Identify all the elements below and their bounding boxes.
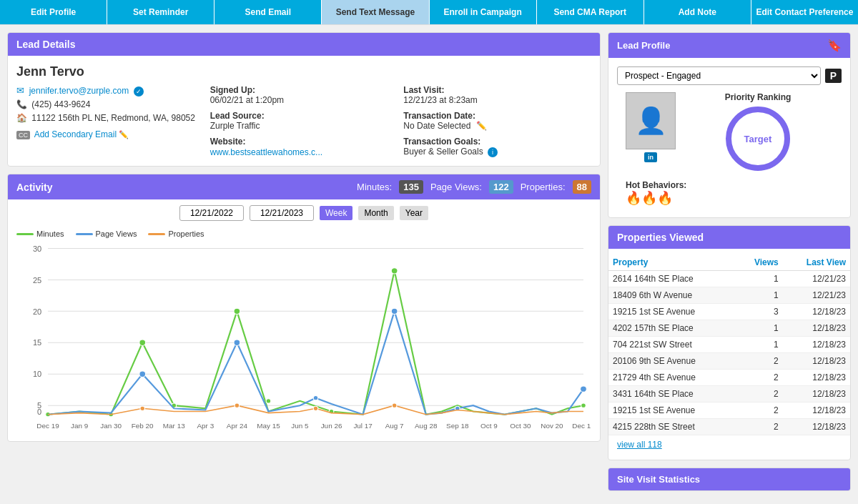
legend-page-views-label: Page Views bbox=[96, 229, 137, 238]
last-visit-value: 12/21/23 at 8:23am bbox=[403, 95, 591, 105]
email-link[interactable]: jennifer.tervo@zurple.com bbox=[29, 86, 129, 96]
ranking-section: Priority Ranking Target bbox=[683, 92, 833, 171]
prospect-select-row: Prospect - Engaged Prospect - New Active… bbox=[617, 66, 842, 85]
svg-point-28 bbox=[140, 406, 145, 410]
property-views: 3 bbox=[736, 304, 782, 320]
svg-text:Dec 11: Dec 11 bbox=[572, 422, 591, 430]
priority-ranking-label: Priority Ranking bbox=[725, 92, 792, 102]
phone-icon: 📞 bbox=[16, 99, 27, 109]
week-button[interactable]: Week bbox=[320, 206, 352, 220]
legend-properties-label: Properties bbox=[168, 229, 204, 238]
address-value: 11122 156th PL NE, Redmond, WA, 98052 bbox=[31, 113, 195, 123]
properties-viewed-body: Property Views Last View 2614 164th SE P… bbox=[608, 249, 850, 460]
activity-title: Activity bbox=[16, 182, 350, 193]
lead-source-label: Lead Source: bbox=[210, 111, 398, 121]
property-last-view: 12/18/23 bbox=[783, 353, 850, 370]
svg-point-31 bbox=[392, 403, 397, 407]
edit-transaction-icon[interactable]: ✏️ bbox=[476, 121, 487, 131]
signed-up-value: 06/02/21 at 1:20pm bbox=[210, 95, 398, 105]
month-button[interactable]: Month bbox=[358, 206, 393, 220]
view-all-link[interactable]: view all 118 bbox=[608, 435, 850, 454]
lead-profile-body: Prospect - Engaged Prospect - New Active… bbox=[608, 58, 850, 217]
svg-point-24 bbox=[391, 308, 398, 314]
svg-text:Jan 9: Jan 9 bbox=[71, 422, 88, 430]
lead-source-block: Lead Source: Zurple Traffic bbox=[210, 111, 398, 131]
main-content: Lead Details Jenn Tervo ✉ jennifer.tervo… bbox=[0, 25, 858, 498]
svg-point-19 bbox=[266, 399, 271, 403]
site-visit-panel: Site Visit Statistics bbox=[608, 468, 851, 491]
avatar: 👤 bbox=[626, 92, 676, 149]
edit-contact-pref-button[interactable]: Edit Contact Preference bbox=[751, 0, 858, 24]
property-name: 20106 9th SE Avenue bbox=[608, 353, 736, 370]
svg-text:Aug 28: Aug 28 bbox=[415, 422, 437, 430]
set-reminder-button[interactable]: Set Reminder bbox=[107, 0, 214, 24]
table-row: 3431 164th SE Place 2 12/18/23 bbox=[608, 386, 850, 402]
property-last-view: 12/18/23 bbox=[783, 386, 850, 402]
table-row: 19215 1st SE Avenue 2 12/18/23 bbox=[608, 402, 850, 419]
lead-source-value: Zurple Traffic bbox=[210, 121, 398, 131]
property-name: 704 221st SW Street bbox=[608, 337, 736, 353]
lead-details-header: Lead Details bbox=[8, 33, 600, 56]
table-row: 18409 6th W Avenue 1 12/21/23 bbox=[608, 287, 850, 304]
svg-text:10: 10 bbox=[33, 370, 41, 379]
website-block: Website: www.bestseattlewahomes.c... bbox=[210, 137, 398, 157]
flames: 🔥🔥🔥 bbox=[626, 190, 842, 206]
right-column: Lead Profile 🔖 Prospect - Engaged Prospe… bbox=[608, 32, 851, 491]
linkedin-badge[interactable]: in bbox=[644, 152, 657, 162]
hot-behaviors-label: Hot Behaviors: bbox=[626, 180, 686, 190]
year-button[interactable]: Year bbox=[400, 206, 428, 220]
enroll-campaign-button[interactable]: Enroll in Campaign bbox=[430, 0, 537, 24]
table-row: 2614 164th SE Place 1 12/21/23 bbox=[608, 271, 850, 287]
property-name: 19215 1st SE Avenue bbox=[608, 402, 736, 419]
website-link[interactable]: www.bestseattlewahomes.c... bbox=[210, 147, 322, 157]
date-start-input[interactable] bbox=[179, 205, 244, 221]
svg-text:Nov 20: Nov 20 bbox=[541, 422, 563, 430]
date-end-input[interactable] bbox=[250, 205, 314, 221]
send-cma-button[interactable]: Send CMA Report bbox=[537, 0, 644, 24]
svg-text:Jun 26: Jun 26 bbox=[321, 422, 342, 430]
svg-text:30: 30 bbox=[33, 244, 41, 253]
properties-table: Property Views Last View 2614 164th SE P… bbox=[608, 255, 850, 435]
signed-up-block: Signed Up: 06/02/21 at 1:20pm bbox=[210, 85, 398, 105]
avatar-section: 👤 in bbox=[626, 92, 676, 162]
property-last-view: 12/18/23 bbox=[783, 402, 850, 419]
table-row: 20106 9th SE Avenue 2 12/18/23 bbox=[608, 353, 850, 370]
svg-text:Mar 13: Mar 13 bbox=[163, 422, 185, 430]
legend-properties: Properties bbox=[148, 229, 204, 238]
profile-content: 👤 in Priority Ranking Target bbox=[617, 92, 842, 179]
avatar-placeholder: 👤 bbox=[635, 106, 667, 136]
edit-icon: ✏️ bbox=[119, 130, 129, 139]
svg-text:Sep 18: Sep 18 bbox=[446, 422, 468, 430]
chart-area: 30 25 20 15 10 5 0 bbox=[8, 241, 600, 441]
secondary-email-label: Add Secondary Email bbox=[34, 129, 117, 139]
add-note-button[interactable]: Add Note bbox=[644, 0, 751, 24]
legend-page-views: Page Views bbox=[76, 229, 137, 238]
svg-text:Apr 3: Apr 3 bbox=[197, 422, 214, 430]
properties-value: 88 bbox=[573, 180, 591, 194]
svg-point-15 bbox=[391, 268, 398, 274]
svg-text:Jan 30: Jan 30 bbox=[100, 422, 122, 430]
transaction-date-value: No Date Selected ✏️ bbox=[403, 121, 591, 131]
website-label: Website: bbox=[210, 137, 398, 147]
property-views: 1 bbox=[736, 287, 782, 304]
send-text-button[interactable]: Send Text Message bbox=[322, 0, 429, 24]
send-email-button[interactable]: Send Email bbox=[214, 0, 322, 24]
lead-details-body: Jenn Tervo ✉ jennifer.tervo@zurple.com ✓… bbox=[8, 56, 600, 166]
svg-text:May 15: May 15 bbox=[257, 422, 280, 430]
properties-label: Properties: bbox=[521, 182, 566, 192]
svg-point-22 bbox=[139, 371, 146, 377]
mail-icon: ✉ bbox=[16, 85, 24, 96]
property-views: 1 bbox=[736, 337, 782, 353]
prospect-select[interactable]: Prospect - Engaged Prospect - New Active… bbox=[617, 66, 821, 85]
table-row: 4215 228th SE Street 2 12/18/23 bbox=[608, 419, 850, 435]
property-name: 3431 164th SE Place bbox=[608, 386, 736, 402]
hot-behaviors-section: Hot Behaviors: 🔥🔥🔥 bbox=[617, 179, 842, 209]
svg-point-29 bbox=[235, 403, 240, 407]
legend-minutes: Minutes bbox=[16, 229, 64, 238]
transaction-goals-block: Transaction Goals: Buyer & Seller Goals … bbox=[403, 137, 591, 157]
edit-profile-button[interactable]: Edit Profile bbox=[0, 0, 107, 24]
add-secondary-email[interactable]: CC Add Secondary Email ✏️ bbox=[16, 129, 204, 139]
table-row: 704 221st SW Street 1 12/18/23 bbox=[608, 337, 850, 353]
svg-text:15: 15 bbox=[33, 339, 41, 347]
col-last-view: Last View bbox=[783, 255, 850, 271]
